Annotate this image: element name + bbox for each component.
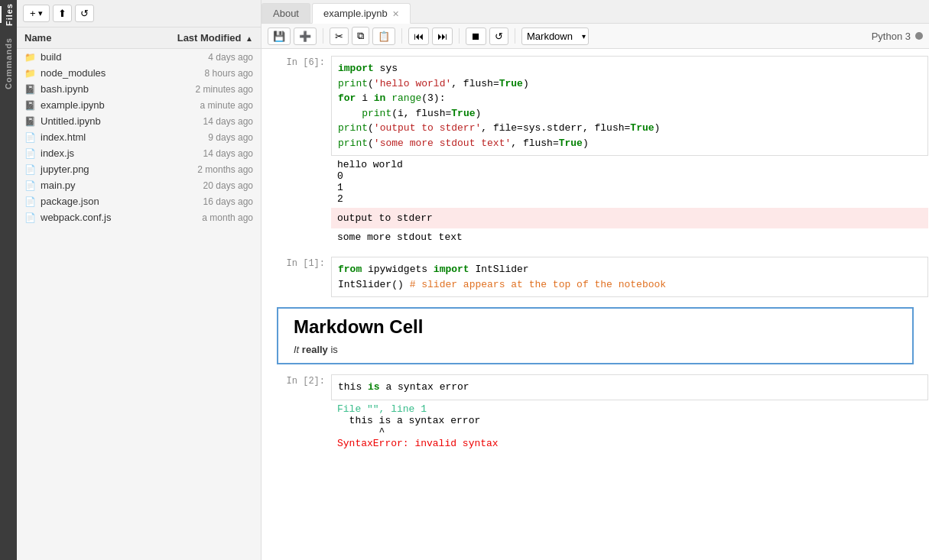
file-name-label: Untitled.ipynb <box>41 115 154 127</box>
cell-label: In [1]: <box>262 254 331 300</box>
file-modified-label: 2 minutes ago <box>154 84 253 95</box>
list-item[interactable]: 📄 index.js 14 days ago <box>17 145 261 161</box>
tab-label: example.ipynb <box>323 8 388 19</box>
file-type-icon: 📁 <box>24 52 36 63</box>
paste-button[interactable]: 📋 <box>372 28 395 45</box>
restart-button[interactable]: ↺ <box>489 28 508 45</box>
file-list: 📁 build 4 days ago 📁 node_modules 8 hour… <box>17 49 261 560</box>
file-type-icon: 📄 <box>24 180 36 191</box>
file-name-label: node_modules <box>41 67 154 79</box>
file-name-label: bash.ipynb <box>41 83 154 95</box>
tab-About[interactable]: About <box>261 3 310 23</box>
cell-content: this is a syntax errorFile "", line 1 th… <box>331 371 928 455</box>
cell-content: import sys print('hello world', flush=Tr… <box>331 53 928 249</box>
copy-button[interactable]: ⧉ <box>352 27 369 45</box>
cell-content: from ipywidgets import IntSlider IntSlid… <box>331 254 928 300</box>
kernel-name-label: Python 3 <box>872 31 911 42</box>
code-cell: In [2]:this is a syntax errorFile "", li… <box>261 371 929 456</box>
file-modified-label: 2 months ago <box>154 164 253 175</box>
close-tab-icon[interactable]: ✕ <box>392 9 399 18</box>
file-type-icon: 📄 <box>24 132 36 143</box>
name-column-header[interactable]: Name <box>24 32 154 44</box>
code-cell: In [6]:import sys print('hello world', f… <box>261 52 929 250</box>
file-name-label: index.html <box>41 131 154 143</box>
tab-example-ipynb[interactable]: example.ipynb✕ <box>312 3 411 24</box>
tab-bar: Aboutexample.ipynb✕ <box>261 0 929 24</box>
file-list-header: Name Last Modified ▲ <box>17 28 261 49</box>
refresh-icon: ↺ <box>80 8 89 19</box>
sidebar-icons: Files Commands <box>0 0 17 560</box>
list-item[interactable]: 📁 node_modules 8 hours ago <box>17 65 261 81</box>
file-modified-label: a month ago <box>154 212 253 223</box>
stderr-output: output to stderr <box>331 208 928 228</box>
file-modified-label: 16 days ago <box>154 196 253 207</box>
error-message: SyntaxError: invalid syntax <box>337 438 499 449</box>
list-item[interactable]: 📄 webpack.conf.js a month ago <box>17 209 261 225</box>
cut-button[interactable]: ✂ <box>330 28 349 45</box>
file-modified-label: 9 days ago <box>154 132 253 143</box>
new-file-button[interactable]: + ▾ <box>23 5 50 22</box>
file-panel: + ▾ ⬆ ↺ Name Last Modified ▲ 📁 build 4 d… <box>17 0 261 560</box>
add-cell-button[interactable]: ➕ <box>294 28 317 45</box>
upload-icon: ⬆ <box>58 8 67 19</box>
file-type-icon: 📄 <box>24 212 36 223</box>
file-name-label: index.js <box>41 147 154 159</box>
cell-type-selector-wrapper: Markdown Code Raw ▾ <box>521 28 589 45</box>
save-button[interactable]: 💾 <box>268 28 291 45</box>
markdown-body: It really is <box>294 344 897 355</box>
dropdown-arrow-icon: ▾ <box>38 8 43 18</box>
upload-button[interactable]: ⬆ <box>53 5 72 22</box>
file-name-label: jupyter.png <box>41 163 154 175</box>
file-type-icon: 📁 <box>24 68 36 79</box>
notebook-toolbar: 💾 ➕ ✂ ⧉ 📋 ⏮ ⏭ ⏹ ↺ Markdown Code Raw ▾ Py… <box>261 24 929 49</box>
stdout-output: hello world 0 1 2 <box>331 156 928 208</box>
code-block[interactable]: this is a syntax error <box>331 374 928 400</box>
refresh-button[interactable]: ↺ <box>75 5 94 22</box>
cell-label: In [6]: <box>262 53 331 249</box>
code-block[interactable]: import sys print('hello world', flush=Tr… <box>331 56 928 156</box>
files-sidebar-btn[interactable]: Files <box>0 6 17 23</box>
list-item[interactable]: 📓 Untitled.ipynb 14 days ago <box>17 113 261 129</box>
file-type-icon: 📓 <box>24 84 36 95</box>
files-label: Files <box>5 3 14 26</box>
file-type-icon: 📄 <box>24 148 36 159</box>
markdown-title: Markdown Cell <box>294 316 897 338</box>
toolbar-divider-1 <box>323 28 323 44</box>
error-file-label: File "", line 1 <box>337 403 427 415</box>
move-down-button[interactable]: ⏭ <box>432 28 453 45</box>
list-item[interactable]: 📄 main.py 20 days ago <box>17 177 261 193</box>
file-toolbar: + ▾ ⬆ ↺ <box>17 0 261 28</box>
file-name-label: main.py <box>41 180 154 191</box>
file-modified-label: a minute ago <box>154 100 253 111</box>
file-type-icon: 📓 <box>24 100 36 111</box>
modified-column-header[interactable]: Last Modified ▲ <box>154 32 253 44</box>
notebook-content: In [6]:import sys print('hello world', f… <box>261 49 929 560</box>
commands-sidebar-btn[interactable]: Commands <box>0 55 17 72</box>
file-modified-label: 14 days ago <box>154 116 253 127</box>
file-type-icon: 📄 <box>24 164 36 175</box>
list-item[interactable]: 📄 package.json 16 days ago <box>17 193 261 209</box>
markdown-cell[interactable]: Markdown CellIt really is <box>277 307 914 364</box>
file-modified-label: 14 days ago <box>154 148 253 159</box>
code-cell: In [1]:from ipywidgets import IntSlider … <box>261 253 929 301</box>
file-name-label: package.json <box>41 196 154 207</box>
stop-button[interactable]: ⏹ <box>466 28 486 45</box>
cell-label: In [2]: <box>262 371 331 455</box>
code-block[interactable]: from ipywidgets import IntSlider IntSlid… <box>331 257 928 297</box>
list-item[interactable]: 📓 example.ipynb a minute ago <box>17 97 261 113</box>
toolbar-divider-4 <box>515 28 515 44</box>
list-item[interactable]: 📁 build 4 days ago <box>17 49 261 65</box>
kernel-area: Python 3 <box>872 31 923 42</box>
toolbar-divider-3 <box>459 28 460 44</box>
tab-label: About <box>273 8 299 19</box>
sort-arrow-icon: ▲ <box>245 34 253 43</box>
file-name-label: build <box>41 51 154 63</box>
file-type-icon: 📓 <box>24 116 36 127</box>
file-modified-label: 4 days ago <box>154 52 253 63</box>
cell-type-select[interactable]: Markdown Code Raw <box>521 28 589 45</box>
list-item[interactable]: 📄 index.html 9 days ago <box>17 129 261 145</box>
move-up-button[interactable]: ⏮ <box>408 28 429 45</box>
stdout-output: some more stdout text <box>331 228 928 246</box>
list-item[interactable]: 📓 bash.ipynb 2 minutes ago <box>17 81 261 97</box>
list-item[interactable]: 📄 jupyter.png 2 months ago <box>17 161 261 177</box>
